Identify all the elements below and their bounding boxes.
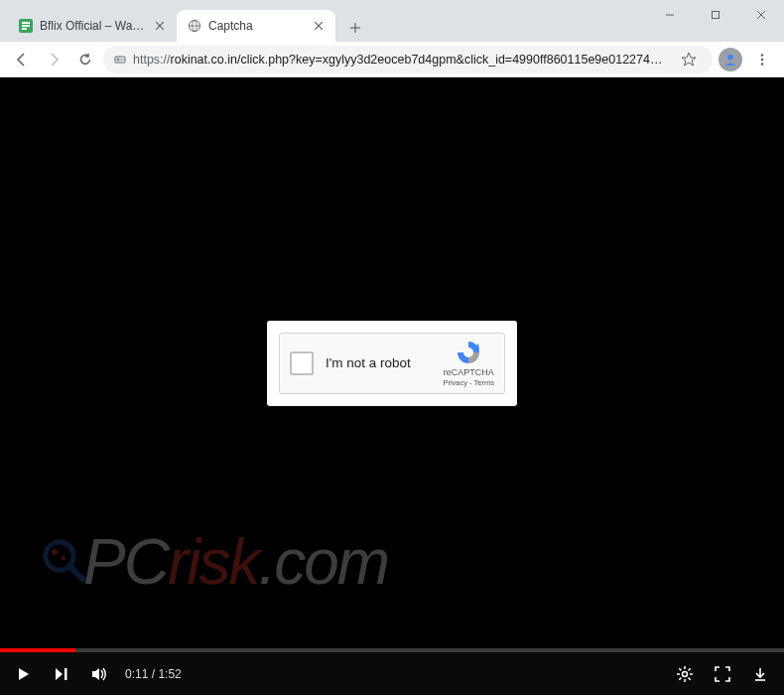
avatar-icon — [719, 48, 742, 71]
download-button[interactable] — [748, 662, 772, 686]
profile-button[interactable] — [717, 46, 744, 73]
svg-line-34 — [679, 668, 681, 670]
recaptcha-logo-icon — [455, 339, 482, 366]
recaptcha-label: I'm not a robot — [326, 355, 431, 370]
window-controls — [647, 0, 784, 30]
favicon-default — [187, 18, 202, 34]
tab-close-icon[interactable] — [153, 19, 167, 33]
svg-point-25 — [52, 549, 58, 555]
browser-toolbar: https://rokinat.co.in/click.php?key=xgyl… — [0, 42, 784, 77]
window-minimize-button[interactable] — [647, 0, 693, 30]
svg-rect-6 — [22, 25, 30, 27]
svg-point-24 — [46, 542, 73, 570]
watermark-text: PCrisk.com — [83, 525, 388, 599]
svg-line-35 — [689, 677, 691, 679]
nav-reload-button[interactable] — [71, 46, 99, 73]
site-info-icon[interactable] — [113, 51, 127, 68]
magnifier-icon — [38, 536, 89, 588]
recaptcha-badge: reCAPTCHA Privacy - Terms — [443, 339, 494, 387]
svg-line-36 — [679, 677, 681, 679]
next-button[interactable] — [50, 662, 73, 686]
svg-point-22 — [761, 58, 764, 61]
svg-point-26 — [62, 556, 65, 560]
svg-point-29 — [683, 671, 688, 676]
volume-button[interactable] — [87, 662, 111, 686]
video-controls-row: 0:11 / 1:52 — [0, 652, 784, 695]
address-bar[interactable]: https://rokinat.co.in/click.php?key=xgyl… — [103, 46, 713, 73]
new-tab-button[interactable] — [341, 14, 369, 42]
tab-close-icon[interactable] — [312, 19, 326, 33]
video-progress-fill — [0, 648, 75, 652]
kebab-menu-button[interactable] — [748, 46, 776, 73]
browser-chrome: Bflix Official – Watch Movies an Captcha — [0, 0, 784, 77]
time-display: 0:11 / 1:52 — [125, 667, 182, 681]
svg-point-21 — [761, 54, 764, 57]
nav-forward-button[interactable] — [40, 46, 67, 73]
window-maximize-button[interactable] — [693, 0, 738, 30]
svg-rect-1 — [713, 12, 719, 19]
svg-rect-5 — [22, 22, 30, 24]
video-progress-track[interactable] — [0, 648, 784, 652]
video-controls: 0:11 / 1:52 — [0, 648, 784, 695]
favicon-bflix — [18, 18, 34, 34]
svg-point-23 — [761, 63, 764, 66]
bookmark-star-icon[interactable] — [675, 46, 703, 73]
tab-title: Captcha — [208, 19, 306, 33]
fullscreen-button[interactable] — [711, 662, 734, 686]
captcha-card: I'm not a robot reCAPTCHA Privacy - Term… — [267, 321, 517, 406]
nav-back-button[interactable] — [8, 46, 36, 73]
window-close-button[interactable] — [738, 0, 784, 30]
svg-point-20 — [727, 54, 733, 60]
tab-bflix[interactable]: Bflix Official – Watch Movies an — [8, 10, 177, 42]
svg-line-37 — [689, 668, 691, 670]
settings-button[interactable] — [673, 662, 697, 686]
svg-rect-7 — [22, 28, 27, 30]
page-viewport: I'm not a robot reCAPTCHA Privacy - Term… — [0, 77, 784, 648]
tab-captcha[interactable]: Captcha — [177, 10, 335, 42]
recaptcha-checkbox[interactable] — [290, 351, 314, 375]
tab-title: Bflix Official – Watch Movies an — [40, 19, 147, 33]
watermark-logo: PCrisk.com — [38, 525, 388, 599]
recaptcha-brand-text: reCAPTCHA — [444, 367, 494, 377]
recaptcha-widget: I'm not a robot reCAPTCHA Privacy - Term… — [279, 333, 505, 394]
recaptcha-terms-text: Privacy - Terms — [443, 378, 494, 387]
url-text: https://rokinat.co.in/click.php?key=xgyl… — [133, 53, 669, 67]
play-button[interactable] — [12, 662, 36, 686]
svg-line-27 — [69, 566, 83, 580]
svg-rect-28 — [65, 668, 67, 680]
